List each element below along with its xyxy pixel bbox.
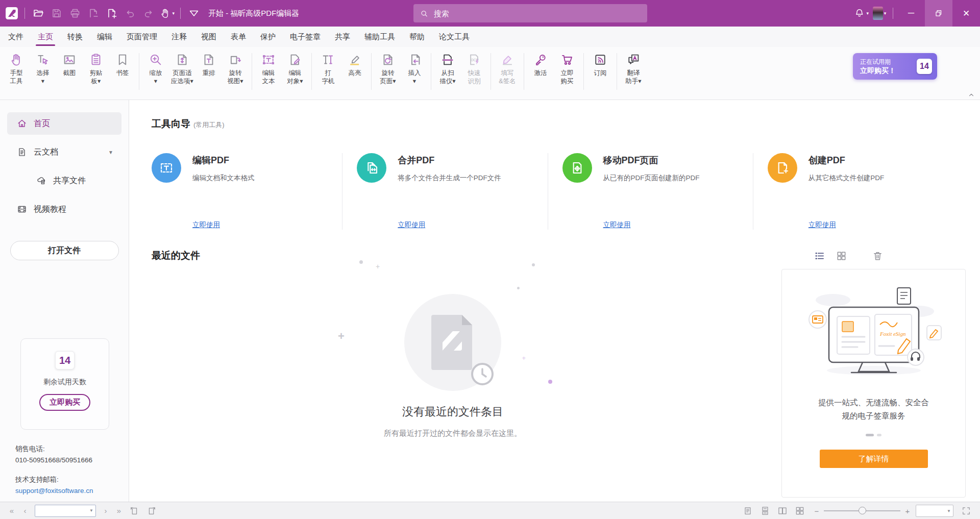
tool-button[interactable]: 旋转视图▾ xyxy=(222,51,249,85)
tool-button[interactable]: 插入▾ xyxy=(401,51,428,85)
zoom-slider-track[interactable] xyxy=(824,510,900,511)
facing-view-icon[interactable] xyxy=(777,506,788,516)
use-now-link[interactable]: 立即使用 xyxy=(603,220,631,230)
tool-button[interactable]: 页面适应选项▾ xyxy=(169,51,195,85)
merge-pdf-icon[interactable] xyxy=(357,153,386,183)
tool-label: 页面▾ xyxy=(380,77,396,85)
next-view-icon[interactable] xyxy=(146,506,157,516)
menu-item[interactable]: 共享 xyxy=(328,27,357,47)
fill-sign-tool-icon xyxy=(500,52,515,67)
open-file-button[interactable]: 打开文件 xyxy=(10,241,119,260)
edit-pdf-icon[interactable] xyxy=(152,153,181,183)
menu-item[interactable]: 视图 xyxy=(194,27,224,47)
tool-button[interactable]: 填写&签名 xyxy=(494,51,521,85)
tool-button[interactable]: 截图 xyxy=(56,51,83,77)
tool-label: 描仪▾ xyxy=(439,77,455,85)
restore-button[interactable] xyxy=(925,0,952,27)
redo-icon[interactable] xyxy=(141,6,156,21)
previous-page-icon[interactable]: ‹ xyxy=(18,506,32,515)
tool-button[interactable]: 编辑文本 xyxy=(255,51,282,85)
tool-button[interactable]: 打字机 xyxy=(315,51,341,85)
tool-button[interactable]: 激活 xyxy=(527,51,554,77)
menu-item[interactable]: 帮助 xyxy=(402,27,432,47)
create-pdf-icon[interactable] xyxy=(768,153,797,183)
tool-button[interactable]: 高亮 xyxy=(341,51,368,77)
support-email-link[interactable]: support@foxitsoftware.cn xyxy=(15,485,93,497)
move-pdf-icon[interactable] xyxy=(562,153,592,183)
close-button[interactable]: ✕ xyxy=(952,0,980,27)
zoom-slider-thumb[interactable] xyxy=(859,507,866,514)
quad-view-icon[interactable] xyxy=(795,506,805,516)
zoom-out-icon[interactable]: − xyxy=(813,507,821,515)
previous-view-icon[interactable] xyxy=(129,506,139,516)
clear-recent-trash-icon[interactable] xyxy=(872,250,884,262)
last-page-icon[interactable]: » xyxy=(112,506,126,515)
page-number-caret-icon[interactable]: ▼ xyxy=(89,508,95,513)
learn-more-button[interactable]: 了解详情 xyxy=(820,450,928,468)
page-number-input[interactable] xyxy=(35,507,89,514)
hand-mode-icon[interactable]: ▾ xyxy=(159,6,175,21)
tool-button[interactable]: 立即购买 xyxy=(554,51,580,85)
menu-item[interactable]: 转换 xyxy=(60,27,90,47)
menu-item[interactable]: 主页 xyxy=(31,27,60,47)
grid-view-icon[interactable] xyxy=(836,250,847,262)
tool-button[interactable]: 翻译助手▾ xyxy=(620,51,647,85)
open-file-icon[interactable] xyxy=(31,6,46,21)
save-icon[interactable] xyxy=(49,6,64,21)
zoom-level-caret-icon[interactable]: ▼ xyxy=(947,509,953,513)
tool-button[interactable]: 缩放▾ xyxy=(142,51,169,85)
search-input[interactable] xyxy=(434,9,641,18)
tool-button[interactable]: OCR快速识别 xyxy=(461,51,487,85)
undo-icon[interactable] xyxy=(122,6,138,21)
notifications-bell-icon[interactable]: ▾ xyxy=(853,6,869,21)
tool-card: 移动PDF页面从已有的PDF页面创建新的PDF立即使用 xyxy=(548,153,753,230)
add-page-icon[interactable] xyxy=(104,6,119,21)
search-box[interactable] xyxy=(413,4,647,22)
tool-button[interactable]: 书签 xyxy=(109,51,136,77)
menu-item[interactable]: 注释 xyxy=(164,27,194,47)
fit-screen-icon[interactable] xyxy=(961,506,971,516)
use-now-link[interactable]: 立即使用 xyxy=(808,220,836,230)
extract-page-icon[interactable] xyxy=(86,6,101,21)
carousel-dot[interactable] xyxy=(877,434,881,436)
first-page-icon[interactable]: « xyxy=(5,506,18,515)
tool-button[interactable]: 手型工具 xyxy=(3,51,30,85)
menu-item[interactable]: 页面管理 xyxy=(119,27,164,47)
trial-buy-badge[interactable]: 正在试用期 立即购买！ 14 xyxy=(853,53,937,80)
menu-item[interactable]: 电子签章 xyxy=(283,27,328,47)
account-menu[interactable]: ▾ xyxy=(872,6,887,21)
next-page-icon[interactable]: › xyxy=(99,506,112,515)
buy-now-button[interactable]: 立即购买 xyxy=(39,394,90,411)
tool-button[interactable]: 从扫描仪▾ xyxy=(434,51,461,85)
single-page-view-icon[interactable] xyxy=(743,506,753,516)
tool-button[interactable]: 选择▾ xyxy=(30,51,56,85)
list-view-icon[interactable] xyxy=(814,250,825,262)
zoom-in-icon[interactable]: + xyxy=(903,507,912,515)
carousel-dot-active[interactable] xyxy=(866,434,874,436)
tool-button[interactable]: 编辑对象▾ xyxy=(282,51,308,85)
sidebar-item-video-tutorial[interactable]: 视频教程 xyxy=(7,198,121,220)
sidebar-item-shared-files[interactable]: 共享文件 xyxy=(7,169,121,192)
customize-toolbar-icon[interactable] xyxy=(186,6,202,21)
menu-item[interactable]: 辅助工具 xyxy=(357,27,402,47)
menu-item[interactable]: 保护 xyxy=(253,27,283,47)
sidebar-item-cloud-doc[interactable]: 云文档▼ xyxy=(7,141,121,163)
toolbar-collapse-chevron-icon[interactable] xyxy=(967,91,976,98)
zoom-level-input[interactable] xyxy=(916,507,947,514)
continuous-view-icon[interactable] xyxy=(760,506,770,516)
print-icon[interactable] xyxy=(67,6,83,21)
tool-label: 插入 xyxy=(408,69,421,77)
chevron-down-icon[interactable]: ▼ xyxy=(108,150,113,155)
menu-item[interactable]: 论文工具 xyxy=(432,27,477,47)
menu-item[interactable]: 编辑 xyxy=(90,27,119,47)
tool-button[interactable]: 订阅 xyxy=(587,51,614,77)
use-now-link[interactable]: 立即使用 xyxy=(192,220,220,230)
tool-button[interactable]: 剪贴板▾ xyxy=(83,51,109,85)
menu-item[interactable]: 文件 xyxy=(1,27,31,47)
tool-button[interactable]: 旋转页面▾ xyxy=(375,51,401,85)
sidebar-item-home[interactable]: 首页 xyxy=(7,112,121,135)
use-now-link[interactable]: 立即使用 xyxy=(398,220,425,230)
menu-item[interactable]: 表单 xyxy=(224,27,253,47)
tool-button[interactable]: 重排 xyxy=(195,51,222,77)
minimize-button[interactable]: ─ xyxy=(897,0,925,27)
